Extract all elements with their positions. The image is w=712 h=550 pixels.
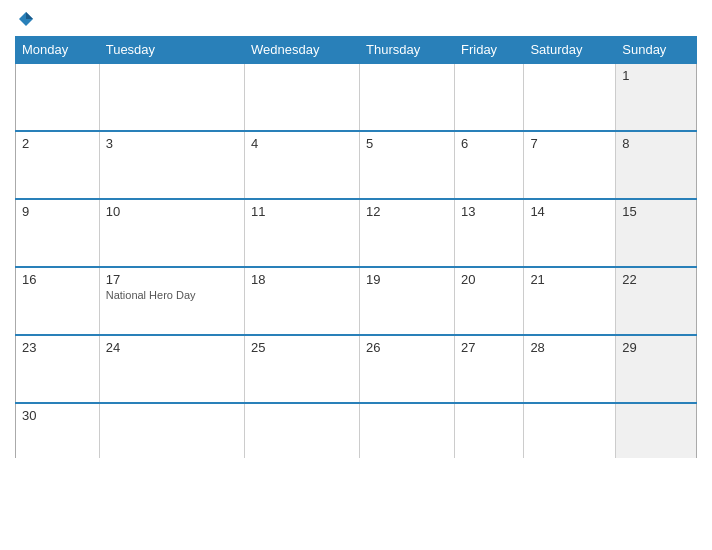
logo-flag-icon xyxy=(17,10,35,28)
calendar-cell: 6 xyxy=(455,131,524,199)
header xyxy=(15,10,697,28)
day-number: 10 xyxy=(106,204,238,219)
day-number: 5 xyxy=(366,136,448,151)
calendar-cell: 25 xyxy=(245,335,360,403)
day-number: 16 xyxy=(22,272,93,287)
calendar-cell: 3 xyxy=(99,131,244,199)
calendar-cell: 27 xyxy=(455,335,524,403)
calendar-cell: 22 xyxy=(616,267,697,335)
calendar-cell: 10 xyxy=(99,199,244,267)
svg-marker-1 xyxy=(26,12,33,19)
weekday-header-row: MondayTuesdayWednesdayThursdayFridaySatu… xyxy=(16,37,697,64)
calendar-cell xyxy=(360,63,455,131)
weekday-saturday: Saturday xyxy=(524,37,616,64)
calendar-cell: 15 xyxy=(616,199,697,267)
weekday-monday: Monday xyxy=(16,37,100,64)
day-number: 6 xyxy=(461,136,517,151)
day-number: 30 xyxy=(22,408,93,423)
day-number: 29 xyxy=(622,340,690,355)
calendar-cell: 1 xyxy=(616,63,697,131)
calendar-cell xyxy=(455,403,524,458)
calendar-cell xyxy=(524,403,616,458)
weekday-thursday: Thursday xyxy=(360,37,455,64)
calendar-week-row: 30 xyxy=(16,403,697,458)
day-number: 22 xyxy=(622,272,690,287)
day-number: 20 xyxy=(461,272,517,287)
calendar-cell xyxy=(99,63,244,131)
calendar-table: MondayTuesdayWednesdayThursdayFridaySatu… xyxy=(15,36,697,458)
calendar-cell: 29 xyxy=(616,335,697,403)
weekday-sunday: Sunday xyxy=(616,37,697,64)
calendar-page: MondayTuesdayWednesdayThursdayFridaySatu… xyxy=(0,0,712,550)
day-number: 8 xyxy=(622,136,690,151)
day-number: 25 xyxy=(251,340,353,355)
calendar-week-row: 1617National Hero Day1819202122 xyxy=(16,267,697,335)
calendar-cell: 19 xyxy=(360,267,455,335)
calendar-cell: 11 xyxy=(245,199,360,267)
calendar-cell: 13 xyxy=(455,199,524,267)
calendar-cell: 18 xyxy=(245,267,360,335)
calendar-cell: 9 xyxy=(16,199,100,267)
day-number: 23 xyxy=(22,340,93,355)
calendar-cell: 17National Hero Day xyxy=(99,267,244,335)
calendar-cell xyxy=(245,403,360,458)
calendar-cell: 24 xyxy=(99,335,244,403)
day-number: 27 xyxy=(461,340,517,355)
calendar-cell xyxy=(524,63,616,131)
day-number: 13 xyxy=(461,204,517,219)
logo xyxy=(15,10,37,28)
weekday-tuesday: Tuesday xyxy=(99,37,244,64)
calendar-cell: 30 xyxy=(16,403,100,458)
day-number: 21 xyxy=(530,272,609,287)
day-number: 17 xyxy=(106,272,238,287)
calendar-cell xyxy=(16,63,100,131)
calendar-week-row: 23242526272829 xyxy=(16,335,697,403)
calendar-cell: 7 xyxy=(524,131,616,199)
day-number: 7 xyxy=(530,136,609,151)
calendar-cell: 21 xyxy=(524,267,616,335)
calendar-cell: 20 xyxy=(455,267,524,335)
calendar-cell xyxy=(616,403,697,458)
day-number: 18 xyxy=(251,272,353,287)
day-number: 11 xyxy=(251,204,353,219)
calendar-cell: 23 xyxy=(16,335,100,403)
calendar-cell: 28 xyxy=(524,335,616,403)
calendar-week-row: 9101112131415 xyxy=(16,199,697,267)
calendar-cell xyxy=(455,63,524,131)
calendar-cell: 8 xyxy=(616,131,697,199)
day-number: 1 xyxy=(622,68,690,83)
calendar-cell xyxy=(360,403,455,458)
day-number: 12 xyxy=(366,204,448,219)
weekday-friday: Friday xyxy=(455,37,524,64)
day-number: 9 xyxy=(22,204,93,219)
calendar-cell: 2 xyxy=(16,131,100,199)
day-number: 24 xyxy=(106,340,238,355)
calendar-cell xyxy=(99,403,244,458)
day-number: 15 xyxy=(622,204,690,219)
calendar-cell: 5 xyxy=(360,131,455,199)
calendar-cell: 14 xyxy=(524,199,616,267)
weekday-wednesday: Wednesday xyxy=(245,37,360,64)
day-number: 19 xyxy=(366,272,448,287)
calendar-cell: 26 xyxy=(360,335,455,403)
day-number: 26 xyxy=(366,340,448,355)
day-number: 2 xyxy=(22,136,93,151)
holiday-label: National Hero Day xyxy=(106,289,238,301)
day-number: 28 xyxy=(530,340,609,355)
day-number: 3 xyxy=(106,136,238,151)
calendar-week-row: 2345678 xyxy=(16,131,697,199)
calendar-cell: 4 xyxy=(245,131,360,199)
day-number: 14 xyxy=(530,204,609,219)
calendar-week-row: 1 xyxy=(16,63,697,131)
calendar-cell: 16 xyxy=(16,267,100,335)
day-number: 4 xyxy=(251,136,353,151)
calendar-cell xyxy=(245,63,360,131)
calendar-cell: 12 xyxy=(360,199,455,267)
